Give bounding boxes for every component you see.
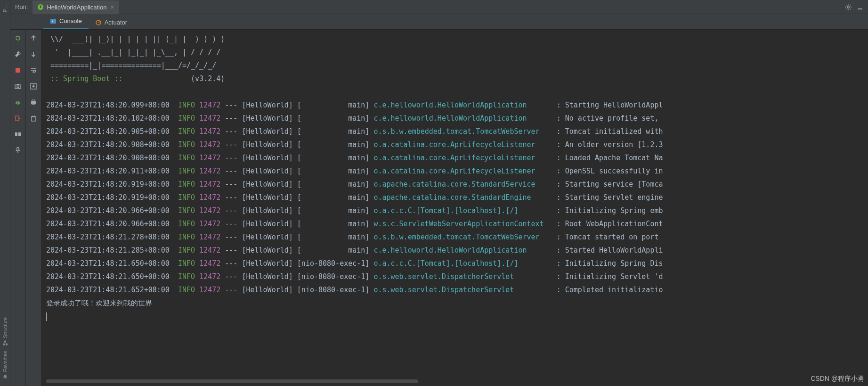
svg-line-13 bbox=[850, 5, 851, 5]
minimize-icon bbox=[857, 4, 863, 10]
svg-line-18 bbox=[98, 22, 100, 23]
run-tool-header: Run: HelloWorldApplication × bbox=[10, 0, 868, 14]
scroll-down-button[interactable] bbox=[29, 49, 38, 59]
svg-rect-0 bbox=[6, 344, 8, 345]
layout-icon bbox=[14, 131, 22, 138]
project-tool-window-button[interactable]: P… bbox=[2, 4, 8, 12]
actuator-icon bbox=[95, 19, 102, 26]
structure-tool-window-button[interactable]: Structure bbox=[2, 317, 8, 346]
horizontal-scrollbar[interactable] bbox=[46, 379, 418, 383]
svg-rect-33 bbox=[18, 132, 21, 136]
svg-rect-1 bbox=[3, 344, 5, 345]
exit-button[interactable] bbox=[13, 114, 23, 123]
bug-icon bbox=[14, 99, 22, 106]
screenshot-button[interactable] bbox=[13, 82, 23, 91]
tab-console[interactable]: Console bbox=[43, 14, 89, 29]
stop-icon bbox=[15, 67, 21, 74]
wrench-icon bbox=[14, 50, 22, 58]
svg-marker-31 bbox=[19, 117, 21, 119]
soft-wrap-icon bbox=[30, 66, 37, 74]
pin-icon bbox=[14, 147, 22, 154]
svg-rect-32 bbox=[15, 132, 17, 136]
debug-button[interactable] bbox=[13, 98, 23, 107]
rerun-icon bbox=[14, 34, 22, 42]
gear-icon bbox=[844, 3, 852, 11]
svg-line-28 bbox=[16, 103, 16, 104]
clear-button[interactable] bbox=[29, 114, 38, 123]
build-button[interactable] bbox=[13, 49, 23, 59]
run-config-name: HelloWorldApplication bbox=[47, 4, 106, 11]
run-config-tab[interactable]: HelloWorldApplication × bbox=[32, 0, 119, 14]
svg-rect-20 bbox=[16, 68, 20, 73]
scroll-to-end-button[interactable] bbox=[29, 82, 38, 91]
svg-rect-23 bbox=[17, 84, 19, 85]
close-icon[interactable]: × bbox=[109, 3, 114, 11]
console-output[interactable]: \\/ ___)| |_)| | | | | || (_| | ) ) ) ) … bbox=[41, 30, 868, 386]
star-icon bbox=[2, 374, 8, 379]
run-label: Run: bbox=[15, 3, 32, 10]
svg-marker-3 bbox=[3, 374, 8, 379]
watermark: CSDN @程序小勇 bbox=[811, 375, 864, 383]
tab-actuator[interactable]: Actuator bbox=[89, 16, 134, 29]
structure-icon bbox=[2, 340, 8, 346]
svg-rect-38 bbox=[32, 117, 35, 121]
exit-icon bbox=[14, 115, 22, 122]
left-tool-stripe: P… Structure Favorites bbox=[0, 0, 10, 386]
rerun-button[interactable] bbox=[13, 33, 23, 43]
svg-rect-36 bbox=[32, 100, 35, 101]
run-subtab-bar: Console Actuator bbox=[10, 14, 868, 30]
minimize-button[interactable] bbox=[857, 4, 863, 10]
favorites-tool-window-button[interactable]: Favorites bbox=[2, 351, 8, 379]
layout-button[interactable] bbox=[13, 130, 23, 139]
arrow-down-icon bbox=[30, 51, 37, 57]
scroll-up-button[interactable] bbox=[29, 33, 38, 43]
svg-line-26 bbox=[16, 102, 16, 102]
arrow-up-icon bbox=[30, 35, 37, 41]
trash-icon bbox=[30, 115, 37, 122]
pin-button[interactable] bbox=[13, 146, 23, 155]
camera-icon bbox=[14, 82, 22, 90]
console-tool-column bbox=[26, 30, 41, 386]
stop-button[interactable] bbox=[13, 66, 23, 75]
spring-boot-icon bbox=[37, 4, 44, 10]
svg-rect-30 bbox=[16, 116, 19, 121]
scroll-to-end-icon bbox=[30, 82, 37, 90]
run-tool-left-column bbox=[10, 30, 26, 386]
svg-line-10 bbox=[846, 5, 846, 5]
console-icon bbox=[50, 18, 57, 25]
svg-point-5 bbox=[847, 6, 849, 8]
svg-line-12 bbox=[846, 8, 846, 9]
settings-button[interactable] bbox=[844, 3, 852, 11]
soft-wrap-button[interactable] bbox=[29, 66, 38, 75]
print-button[interactable] bbox=[29, 98, 38, 107]
svg-rect-2 bbox=[4, 341, 6, 343]
svg-line-27 bbox=[19, 102, 20, 102]
svg-rect-14 bbox=[858, 8, 862, 9]
print-icon bbox=[30, 99, 37, 106]
svg-line-11 bbox=[850, 8, 851, 9]
svg-line-29 bbox=[19, 103, 20, 104]
svg-point-22 bbox=[17, 86, 19, 88]
svg-rect-37 bbox=[32, 103, 35, 105]
